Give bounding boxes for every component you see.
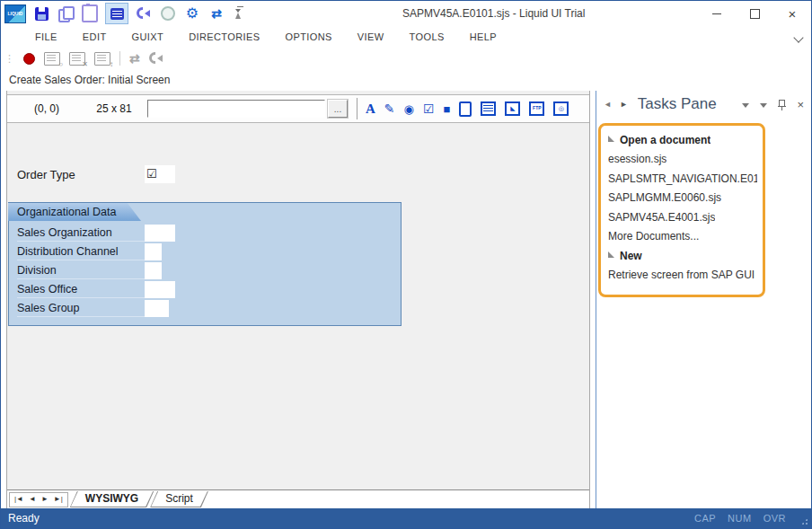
toolbar-separator: [357, 98, 358, 119]
close-button[interactable]: ×: [773, 1, 811, 26]
maximize-button[interactable]: [736, 1, 773, 26]
screen-capture-icon[interactable]: [135, 4, 153, 22]
task-link[interactable]: esession.sjs: [606, 150, 757, 170]
field-input[interactable]: [145, 300, 169, 317]
field-label: Sales Organization: [17, 225, 145, 242]
section-header[interactable]: New: [606, 246, 757, 266]
control-toolbox: A✎◉☑■◣FTP◎: [366, 101, 569, 117]
tasks-pane-title: Tasks Pane: [638, 95, 717, 113]
editor-tab-wysiwyg[interactable]: WYSIWYG: [70, 491, 154, 507]
refresh-disabled-icon: ⇄: [129, 51, 140, 66]
screen-preview-icon[interactable]: ○: [44, 52, 60, 66]
screen-image-tool-icon[interactable]: ◎: [553, 101, 569, 116]
cursor-position: (0, 0): [7, 102, 86, 115]
minimize-button[interactable]: [698, 1, 736, 26]
document-screen-label: Create Sales Order: Initial Screen: [1, 69, 811, 91]
tasks-pane-header-icons: ×: [742, 100, 804, 110]
screen-size: 25 x 81: [86, 102, 142, 115]
next-tab-button[interactable]: ►: [41, 496, 49, 503]
task-link-label: SAPLMGMM.E0060.sjs: [608, 191, 721, 204]
task-link[interactable]: More Documents...: [606, 227, 757, 247]
order-type-field[interactable]: ☑: [145, 165, 175, 183]
paste-icon[interactable]: [81, 4, 99, 22]
field-label: Distribution Channel: [17, 243, 145, 260]
browse-button[interactable]: ...: [328, 100, 348, 118]
task-link[interactable]: SAPLMGMM.E0060.sjs: [606, 189, 757, 208]
sap-screen-canvas: Order Type ☑ Organizational Data Sales O…: [7, 123, 589, 489]
chevron-down-icon[interactable]: [742, 103, 749, 108]
field-input[interactable]: [145, 225, 175, 242]
pushbutton-tool-icon[interactable]: ■: [443, 102, 450, 116]
section-header[interactable]: Open a document: [606, 130, 757, 150]
collapse-triangle-icon: [608, 136, 614, 142]
task-link[interactable]: SAPMV45A.E4001.sjs: [606, 207, 757, 227]
groupbox-fields: Sales OrganizationDistribution ChannelDi…: [9, 224, 401, 318]
indicator-num: NUM: [728, 513, 752, 524]
toolbar-separator: [119, 51, 120, 66]
forward-arrow-icon[interactable]: ►: [620, 100, 628, 109]
field-input[interactable]: [145, 262, 162, 279]
window-title: SAPMV45A.E0101.sjs - Liquid UI Trial: [402, 7, 585, 20]
editor-tab-script[interactable]: Script: [150, 491, 208, 507]
editor-tabs: WYSIWYGScript: [74, 490, 208, 508]
pencil-tool-icon[interactable]: ✎: [384, 101, 395, 116]
toggle-panel-icon[interactable]: [105, 3, 128, 24]
combobox-tool-icon[interactable]: [481, 101, 496, 116]
window-controls: ×: [698, 1, 811, 26]
menu-item-file[interactable]: FILE: [22, 28, 70, 46]
image-tool-icon[interactable]: ◣: [505, 101, 520, 116]
editor-tab-strip: |◄ ◄ ► ►| WYSIWYGScript: [7, 489, 589, 508]
status-message: Ready: [8, 512, 40, 525]
field-row: Sales Organization: [9, 224, 401, 242]
ftp-tool-icon[interactable]: FTP: [529, 101, 544, 116]
save-icon[interactable]: [32, 4, 50, 22]
gear-icon[interactable]: ⚙: [183, 4, 201, 22]
task-link-label: Retrieve screen from SAP GUI: [608, 269, 755, 281]
radio-button-tool-icon[interactable]: ◉: [404, 102, 414, 116]
menu-item-view[interactable]: VIEW: [345, 28, 397, 46]
copy-icon[interactable]: [57, 4, 75, 22]
back-arrow-icon[interactable]: ◄: [604, 100, 612, 109]
menu-item-directories[interactable]: DIRECTORIES: [176, 28, 272, 46]
indicator-ovr: OVR: [763, 513, 786, 524]
record-toolbar: ⋮○✕↕⇄: [1, 48, 811, 69]
title-bar: LIQUID⚙⇄ SAPMV45A.E0101.sjs - Liquid UI …: [1, 1, 811, 26]
field-row: Division: [9, 261, 401, 280]
frame-tool-icon[interactable]: [459, 101, 472, 117]
task-link-label: esession.sjs: [608, 153, 666, 165]
field-input[interactable]: [145, 281, 175, 298]
menu-overflow-chevron-icon[interactable]: [793, 32, 803, 42]
minimize-icon: [712, 13, 721, 14]
indicator-cap: CAP: [694, 513, 716, 524]
menu-item-tools[interactable]: TOOLS: [397, 28, 457, 46]
pin-icon[interactable]: [778, 100, 786, 110]
text-tool-icon[interactable]: A: [366, 101, 375, 117]
screen-switch-icon[interactable]: ↕: [94, 52, 110, 66]
checkbox-tool-icon[interactable]: ☑: [423, 101, 435, 116]
resize-grip[interactable]: [800, 517, 808, 525]
close-pane-icon[interactable]: ×: [797, 100, 804, 110]
element-value-input[interactable]: [147, 100, 325, 118]
screen-edit-icon[interactable]: ✕: [69, 52, 85, 66]
tasks-pane: ◄ ► Tasks Pane × Open a documentesession…: [596, 91, 811, 508]
menu-item-edit[interactable]: EDIT: [70, 28, 119, 46]
last-tab-button[interactable]: ►|: [54, 496, 63, 503]
chevron-down-icon[interactable]: [760, 103, 767, 108]
field-label: Division: [17, 262, 145, 279]
task-link[interactable]: Retrieve screen from SAP GUI: [606, 266, 757, 286]
record-indicator-icon[interactable]: [159, 4, 177, 22]
close-icon: ×: [789, 7, 797, 21]
menu-item-help[interactable]: HELP: [457, 28, 509, 46]
sync-icon[interactable]: ⇄: [207, 4, 225, 22]
record-icon[interactable]: [23, 53, 35, 65]
previous-tab-button[interactable]: ◄: [29, 496, 36, 503]
first-tab-button[interactable]: |◄: [14, 496, 23, 503]
menu-item-guixt[interactable]: GUIXT: [119, 28, 177, 46]
quick-access-toolbar: LIQUID⚙⇄: [1, 3, 246, 24]
field-input[interactable]: [145, 243, 162, 260]
tasks-pane-highlighted-list: Open a documentesession.sjsSAPLSMTR_NAVI…: [598, 123, 765, 297]
drag-handle-icon[interactable]: ⋮: [4, 54, 14, 64]
customize-qat-icon[interactable]: [234, 6, 246, 21]
task-link[interactable]: SAPLSMTR_NAVIGATION.E0100.sjs: [606, 169, 757, 189]
menu-item-options[interactable]: OPTIONS: [273, 28, 345, 46]
